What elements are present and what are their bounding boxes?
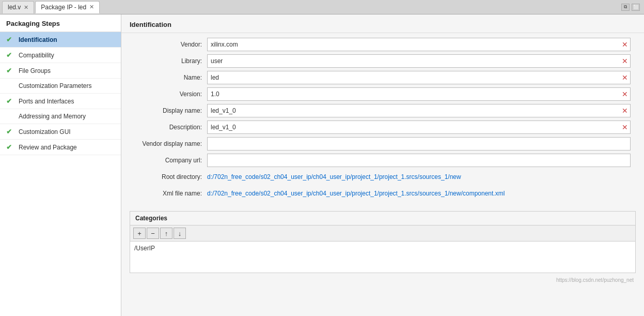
vendor-display-name-input-wrap — [207, 137, 631, 151]
tab-package-ip[interactable]: Package IP - led ✕ — [35, 1, 100, 13]
name-label: Name: — [130, 74, 207, 81]
vendor-input-wrap: ✕ — [207, 38, 631, 51]
sidebar-item-compatibility[interactable]: ✔ Compatibility — [0, 48, 121, 63]
version-label: Version: — [130, 91, 207, 98]
library-clear-button[interactable]: ✕ — [620, 56, 630, 66]
library-input[interactable] — [208, 57, 620, 65]
description-clear-button[interactable]: ✕ — [620, 122, 630, 132]
sidebar-item-file-groups[interactable]: ✔ File Groups — [0, 63, 121, 79]
xml-file-name-row: Xml file name: d:/702n_free_code/s02_ch0… — [130, 186, 636, 201]
sidebar-label-compatibility: Compatibility — [19, 52, 54, 59]
vendor-input[interactable] — [208, 41, 620, 48]
name-clear-button[interactable]: ✕ — [620, 72, 630, 83]
categories-title: Categories — [130, 212, 635, 225]
sidebar-label-identification: Identification — [19, 36, 57, 43]
display-name-input[interactable] — [208, 107, 620, 114]
version-clear-button[interactable]: ✕ — [620, 89, 630, 99]
sidebar-label-ports: Ports and Interfaces — [19, 98, 74, 105]
check-icon-review: ✔ — [6, 143, 14, 151]
xml-file-name-label: Xml file name: — [130, 190, 207, 197]
display-name-label: Display name: — [130, 107, 207, 114]
categories-remove-button[interactable]: − — [147, 228, 159, 239]
vendor-label: Vendor: — [130, 41, 207, 48]
vendor-display-name-label: Vendor display name: — [130, 140, 207, 147]
sidebar-label-customization-parameters: Customization Parameters — [19, 82, 91, 89]
sidebar-item-customization-gui[interactable]: ✔ Customization GUI — [0, 124, 121, 140]
tab-bar: led.v ✕ Package IP - led ✕ ⧉ ⬜ — [0, 0, 644, 14]
check-icon-identification: ✔ — [6, 36, 14, 43]
sidebar-title: Packaging Steps — [0, 14, 121, 32]
section-title: Identification — [121, 14, 644, 33]
library-row: Library: ✕ — [130, 54, 636, 68]
description-row: Description: ✕ — [130, 120, 636, 134]
description-input[interactable] — [208, 124, 620, 131]
sidebar-item-review-and-package[interactable]: ✔ Review and Package — [0, 140, 121, 155]
check-icon-file-groups: ✔ — [6, 67, 14, 74]
sidebar-label-file-groups: File Groups — [19, 67, 51, 74]
name-input-wrap: ✕ — [207, 71, 631, 84]
check-icon-compatibility: ✔ — [6, 51, 14, 59]
check-icon-ports: ✔ — [6, 97, 14, 105]
description-input-wrap: ✕ — [207, 121, 631, 134]
vendor-display-name-row: Vendor display name: — [130, 137, 636, 151]
window-controls: ⧉ ⬜ — [621, 4, 642, 11]
sidebar-item-ports-and-interfaces[interactable]: ✔ Ports and Interfaces — [0, 94, 121, 109]
sidebar-label-addressing: Addressing and Memory — [19, 113, 86, 120]
categories-add-button[interactable]: + — [133, 228, 146, 239]
tab-led-v[interactable]: led.v ✕ — [2, 1, 34, 13]
root-directory-row: Root directory: d:/702n_free_code/s02_ch… — [130, 170, 636, 184]
xml-file-name-link[interactable]: d:/702n_free_code/s02_ch04_user_ip/ch04_… — [207, 190, 505, 197]
watermark: https://blog.csdn.net/puzhong_net — [121, 277, 644, 282]
version-input-wrap: ✕ — [207, 87, 631, 101]
sidebar: Packaging Steps ✔ Identification ✔ Compa… — [0, 14, 121, 316]
display-name-input-wrap: ✕ — [207, 104, 631, 117]
category-item[interactable]: /UserIP — [134, 245, 631, 252]
main-layout: Packaging Steps ✔ Identification ✔ Compa… — [0, 14, 644, 316]
company-url-input[interactable] — [208, 157, 630, 164]
name-input[interactable] — [208, 74, 620, 81]
tab-package-ip-label: Package IP - led — [41, 4, 86, 11]
categories-list: /UserIP — [130, 242, 635, 273]
sidebar-label-customization-gui: Customization GUI — [19, 128, 71, 136]
name-row: Name: ✕ — [130, 70, 636, 85]
root-directory-label: Root directory: — [130, 173, 207, 180]
check-icon-customization-gui: ✔ — [6, 128, 14, 136]
display-name-clear-button[interactable]: ✕ — [620, 106, 630, 116]
sidebar-item-addressing-and-memory[interactable]: Addressing and Memory — [0, 109, 121, 124]
form-area: Vendor: ✕ Library: ✕ Name: ✕ — [121, 33, 644, 207]
categories-section: Categories + − ↑ ↓ /UserIP — [130, 211, 636, 273]
vendor-display-name-input[interactable] — [208, 140, 630, 147]
tab-led-v-label: led.v — [8, 4, 21, 11]
vendor-row: Vendor: ✕ — [130, 37, 636, 52]
tab-package-ip-close[interactable]: ✕ — [89, 4, 94, 10]
sidebar-item-customization-parameters[interactable]: Customization Parameters — [0, 79, 121, 94]
maximize-button[interactable]: ⬜ — [632, 4, 640, 11]
version-input[interactable] — [208, 91, 620, 98]
display-name-row: Display name: ✕ — [130, 103, 636, 118]
categories-toolbar: + − ↑ ↓ — [130, 225, 635, 242]
company-url-row: Company url: — [130, 153, 636, 168]
categories-down-button[interactable]: ↓ — [174, 228, 186, 239]
company-url-input-wrap — [207, 154, 631, 167]
company-url-label: Company url: — [130, 157, 207, 164]
restore-button[interactable]: ⧉ — [621, 4, 630, 11]
library-input-wrap: ✕ — [207, 54, 631, 68]
categories-up-button[interactable]: ↑ — [160, 228, 172, 239]
sidebar-item-identification[interactable]: ✔ Identification — [0, 32, 121, 48]
root-directory-link[interactable]: d:/702n_free_code/s02_ch04_user_ip/ch04_… — [207, 173, 461, 180]
content-area: Identification Vendor: ✕ Library: ✕ — [121, 14, 644, 316]
version-row: Version: ✕ — [130, 87, 636, 101]
sidebar-label-review: Review and Package — [19, 144, 77, 151]
library-label: Library: — [130, 57, 207, 65]
tab-led-v-close[interactable]: ✕ — [24, 4, 28, 11]
description-label: Description: — [130, 124, 207, 131]
vendor-clear-button[interactable]: ✕ — [620, 39, 630, 50]
